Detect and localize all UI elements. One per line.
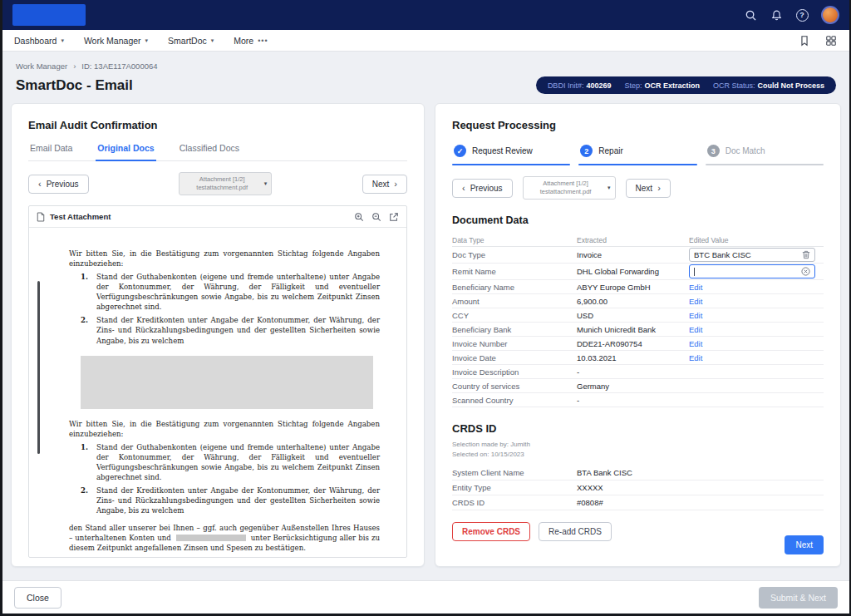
- notifications-bell-icon[interactable]: [770, 8, 783, 22]
- pill-value: OCR Extraction: [644, 81, 700, 90]
- tab-classified-docs[interactable]: Classified Docs: [178, 143, 241, 160]
- delete-icon[interactable]: [802, 250, 810, 259]
- edit-link[interactable]: Edit: [689, 325, 702, 334]
- doc-paragraph: Wir bitten Sie, in die Bestätigung zum v…: [69, 249, 380, 269]
- chevron-right-icon: ›: [657, 184, 661, 193]
- chevron-left-icon: ‹: [462, 184, 465, 193]
- menu-label: SmartDoc: [168, 36, 207, 46]
- search-icon[interactable]: [744, 8, 757, 22]
- redacted-text: [176, 535, 246, 541]
- row-value: DHL Global Forwarding: [577, 267, 689, 276]
- app-logo[interactable]: [12, 4, 86, 26]
- apps-grid-icon[interactable]: [824, 34, 838, 47]
- next-attachment-button[interactable]: Next ›: [362, 175, 407, 194]
- table-row-beneficiary-name: Beneficiary Name ABYY Europe GmbH Edit: [452, 280, 824, 294]
- attachment-index: Attachment [1/2]: [530, 180, 602, 188]
- row-value: ABYY Europe GmbH: [577, 283, 689, 292]
- previous-attachment-button[interactable]: ‹ Previous: [452, 179, 513, 198]
- status-pill: DBDI Init#:400269 Step:OCR Extraction OC…: [536, 76, 836, 94]
- check-icon: ✓: [454, 145, 466, 157]
- clear-icon[interactable]: [801, 267, 810, 276]
- chevron-left-icon: ‹: [38, 180, 42, 189]
- step-doc-match[interactable]: 3 Doc Match: [706, 145, 824, 165]
- doc-type-edited-input[interactable]: BTC Bank CISC: [689, 248, 815, 262]
- menu-label: Dashboard: [14, 36, 57, 46]
- menu-label: Work Manager: [84, 36, 141, 46]
- bookmark-icon[interactable]: [798, 34, 811, 47]
- edit-link[interactable]: Edit: [689, 339, 702, 348]
- viewer-scrollbar[interactable]: [37, 281, 40, 454]
- step-request-review[interactable]: ✓ Request Review: [452, 145, 570, 165]
- pill-ocr-status: OCR Status:Could Not Process: [713, 81, 824, 90]
- edit-link[interactable]: Edit: [689, 311, 702, 320]
- row-label: Invoice Description: [452, 367, 577, 377]
- user-avatar[interactable]: [821, 6, 839, 24]
- previous-label: Previous: [47, 180, 79, 189]
- row-value: -: [577, 367, 689, 377]
- redacted-block: [81, 356, 373, 409]
- help-icon[interactable]: ?: [795, 8, 809, 22]
- doc-list-number: 2.: [81, 485, 91, 515]
- menu-item-work-manager[interactable]: Work Manager ▾: [84, 36, 148, 46]
- attachment-dropdown[interactable]: Attachment [1/2] testattachment.pdf ▾: [179, 172, 272, 195]
- pill-step: Step:OCR Extraction: [624, 81, 700, 90]
- document-icon: [37, 212, 45, 222]
- step-2-badge: 2: [580, 145, 593, 157]
- tab-original-docs[interactable]: Original Docs: [96, 143, 155, 161]
- close-button[interactable]: Close: [14, 587, 61, 609]
- crds-selection-by: Selection made by: Jumith: [452, 440, 824, 450]
- submit-next-button[interactable]: Submit & Next: [759, 587, 838, 609]
- next-attachment-button[interactable]: Next ›: [626, 179, 671, 198]
- pdf-viewer: Test Attachment: [28, 205, 407, 558]
- row-value: XXXXX: [577, 483, 824, 492]
- zoom-in-icon[interactable]: [354, 212, 364, 222]
- stepper: ✓ Request Review 2 Repair: [452, 145, 824, 165]
- row-label: Invoice Date: [452, 353, 577, 362]
- remit-name-edited-input[interactable]: [689, 264, 815, 278]
- row-label: Beneficiary Bank: [452, 325, 577, 334]
- breadcrumb-separator-icon: ›: [73, 62, 76, 71]
- row-label: Beneficiary Name: [452, 283, 577, 292]
- crds-row-entity-type: Entity Type XXXXX: [452, 480, 824, 495]
- step-repair[interactable]: 2 Repair: [578, 145, 696, 165]
- page-body: Work Manager › ID: 13AE117A000064 SmartD…: [2, 52, 849, 580]
- next-step-button[interactable]: Next: [785, 535, 824, 554]
- menu-item-smartdoc[interactable]: SmartDoc ▾: [168, 36, 214, 46]
- tab-email-data[interactable]: Email Data: [28, 143, 74, 160]
- breadcrumb-work-manager[interactable]: Work Manager: [16, 62, 67, 71]
- remove-crds-button[interactable]: Remove CRDS: [452, 522, 530, 541]
- edit-link[interactable]: Edit: [689, 283, 702, 292]
- doc-list-item: 2. Stand der Kreditkonten unter Angabe d…: [81, 485, 380, 515]
- row-value: DDE21-AR090754: [577, 339, 689, 348]
- attachment-dropdown[interactable]: Attachment [1/2] testattachment.pdf ▾: [523, 176, 616, 200]
- help-mark: ?: [796, 9, 809, 22]
- doc-list-text: Stand der Kreditkonten unter Angabe der …: [96, 485, 380, 515]
- breadcrumb-current-id: ID: 13AE117A000064: [81, 62, 157, 71]
- table-row-beneficiary-bank: Beneficiary Bank Munich Unicredit Bank E…: [452, 323, 824, 337]
- zoom-out-icon[interactable]: [371, 212, 381, 222]
- edit-link[interactable]: Edit: [689, 353, 702, 362]
- table-row-doc-type: Doc Type Invoice BTC Bank CISC: [452, 247, 824, 264]
- row-value: BTA Bank CISC: [577, 468, 824, 477]
- request-processing-title: Request Processing: [452, 119, 824, 131]
- edit-link[interactable]: Edit: [689, 297, 702, 306]
- text-cursor: [694, 268, 695, 276]
- footer-bar: Close Submit & Next: [2, 580, 849, 614]
- crds-selected-on: Selected on: 10/15/2023: [452, 450, 824, 460]
- row-value: USD: [577, 311, 689, 320]
- app-window: ? Dashboard ▾ Work Manager ▾ SmartDoc ▾ …: [0, 0, 851, 616]
- edited-value-text: BTC Bank CISC: [694, 250, 751, 259]
- row-value: -: [577, 396, 689, 405]
- menu-item-more[interactable]: More •••: [234, 36, 268, 46]
- topbar: ?: [2, 0, 849, 30]
- open-external-icon[interactable]: [389, 212, 399, 222]
- next-label: Next: [636, 184, 653, 193]
- doc-list-item: 1. Stand der Guthabenkonten (eigene und …: [81, 442, 380, 482]
- table-row-amount: Amount 6,900.00 Edit: [452, 294, 824, 308]
- crds-row-system-client-name: System Client Name BTA Bank CISC: [452, 466, 824, 480]
- step-label: Repair: [598, 146, 622, 155]
- menu-item-dashboard[interactable]: Dashboard ▾: [14, 36, 64, 46]
- step-label: Request Review: [472, 146, 533, 155]
- readd-crds-button[interactable]: Re-add CRDS: [539, 522, 612, 541]
- previous-attachment-button[interactable]: ‹ Previous: [28, 175, 89, 194]
